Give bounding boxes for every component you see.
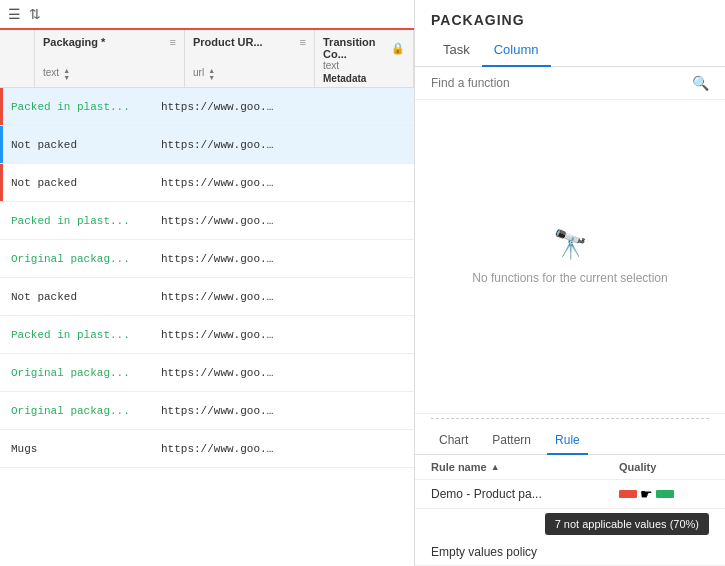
tab-bar: Task Column [415,36,725,67]
quality-bar-green-0 [656,490,674,498]
cell-transition-2 [283,179,414,187]
data-grid: ☰ ⇅ Packaging * ≡ text ▲▼ Product UR... … [0,0,415,566]
no-functions-text: No functions for the current selection [472,271,667,285]
col-url-menu[interactable]: ≡ [300,36,306,48]
tooltip: 7 not applicable values (70%) [545,513,709,535]
cell-packaging-3: Packed in plast... [3,211,153,231]
search-input[interactable] [431,76,692,90]
tooltip-container: 7 not applicable values (70%) [415,509,725,539]
table-row[interactable]: Packed in plast... https://www.goo... [0,88,414,126]
tab-rule[interactable]: Rule [547,429,588,455]
tab-chart[interactable]: Chart [431,429,476,455]
header-cell-0 [0,30,35,87]
rule-col-name-header[interactable]: Rule name ▲ [431,461,619,473]
cell-url-4: https://www.goo... [153,249,283,269]
rule-name-1: Empty values policy [431,545,619,559]
cell-transition-4 [283,255,414,263]
cell-url-5: https://www.goo... [153,287,283,307]
search-icon[interactable]: 🔍 [692,75,709,91]
rule-name-label: Rule name [431,461,487,473]
tab-pattern[interactable]: Pattern [484,429,539,455]
cell-transition-6 [283,331,414,339]
grid-toolbar: ☰ ⇅ [0,0,414,30]
cell-transition-9 [283,445,414,453]
table-row[interactable]: Original packag... https://www.goo... [0,240,414,278]
col-transition-label: Transition Co... [323,36,391,60]
cell-packaging-9: Mugs [3,439,153,459]
table-row[interactable]: Not packed https://www.goo... [0,126,414,164]
cell-packaging-6: Packed in plast... [3,325,153,345]
cell-url-2: https://www.goo... [153,173,283,193]
quality-label: Quality [619,461,656,473]
rule-table-header: Rule name ▲ Quality [415,455,725,480]
cell-packaging-7: Original packag... [3,363,153,383]
table-row[interactable]: Not packed https://www.goo... [0,278,414,316]
cell-packaging-4: Original packag... [3,249,153,269]
tab-task[interactable]: Task [431,36,482,67]
table-row[interactable]: Mugs https://www.goo... [0,430,414,468]
col-packaging-menu[interactable]: ≡ [170,36,176,48]
rule-quality-0: ☛ [619,486,709,502]
table-row[interactable]: Not packed https://www.goo... [0,164,414,202]
cell-transition-0 [283,103,414,111]
cell-packaging-5: Not packed [3,287,153,307]
cursor-icon: ☛ [640,486,653,502]
cell-transition-8 [283,407,414,415]
col-packaging-type: text [43,67,59,78]
tab-column[interactable]: Column [482,36,551,67]
cell-transition-5 [283,293,414,301]
rule-row-0[interactable]: Demo - Product pa... ☛ [415,480,725,509]
menu-icon[interactable]: ☰ [8,6,21,22]
cell-url-6: https://www.goo... [153,325,283,345]
header-cell-transition[interactable]: Transition Co... 🔒 text Metadata [315,30,414,87]
table-row[interactable]: Packed in plast... https://www.goo... [0,316,414,354]
grid-header: Packaging * ≡ text ▲▼ Product UR... ≡ ur… [0,30,414,88]
cell-packaging-1: Not packed [3,135,153,155]
sort-up-icon: ▲ [491,462,500,472]
cell-url-8: https://www.goo... [153,401,283,421]
header-cell-url[interactable]: Product UR... ≡ url ▲▼ [185,30,315,87]
bottom-tab-bar: Chart Pattern Rule [415,423,725,455]
col-packaging-label: Packaging * [43,36,105,48]
rule-row-1[interactable]: Empty values policy [415,539,725,566]
cell-transition-3 [283,217,414,225]
cell-packaging-8: Original packag... [3,401,153,421]
table-row[interactable]: Original packag... https://www.goo... [0,354,414,392]
table-row[interactable]: Packed in plast... https://www.goo... [0,202,414,240]
panel-title: PACKAGING [415,0,725,36]
sort-icon[interactable]: ⇅ [29,6,41,22]
col-metadata-label: Metadata [323,73,366,84]
no-functions-area: 🔭 No functions for the current selection [415,100,725,413]
cell-transition-7 [283,369,414,377]
col-url-type: url [193,67,204,78]
cell-packaging-2: Not packed [3,173,153,193]
rule-col-quality-header: Quality [619,461,709,473]
col-url-label: Product UR... [193,36,263,48]
rule-name-0: Demo - Product pa... [431,487,619,501]
cell-transition-1 [283,141,414,149]
cell-url-0: https://www.goo... [153,97,283,117]
grid-body: Packed in plast... https://www.goo... No… [0,88,414,566]
cell-packaging-0: Packed in plast... [3,97,153,117]
header-cell-packaging[interactable]: Packaging * ≡ text ▲▼ [35,30,185,87]
col-transition-type: text [323,60,339,71]
col-url-sort[interactable]: ▲▼ [208,64,215,81]
lock-icon: 🔒 [391,42,405,55]
dashed-divider [431,418,709,419]
col-packaging-sort[interactable]: ▲▼ [63,64,70,81]
cell-url-7: https://www.goo... [153,363,283,383]
cell-url-9: https://www.goo... [153,439,283,459]
search-bar: 🔍 [415,67,725,100]
bottom-section: Chart Pattern Rule Rule name ▲ Quality D… [415,413,725,566]
table-row[interactable]: Original packag... https://www.goo... [0,392,414,430]
cell-url-1: https://www.goo... [153,135,283,155]
right-panel: PACKAGING Task Column 🔍 🔭 No functions f… [415,0,725,566]
binoculars-icon: 🔭 [553,228,588,261]
cell-url-3: https://www.goo... [153,211,283,231]
quality-bar-red-0 [619,490,637,498]
